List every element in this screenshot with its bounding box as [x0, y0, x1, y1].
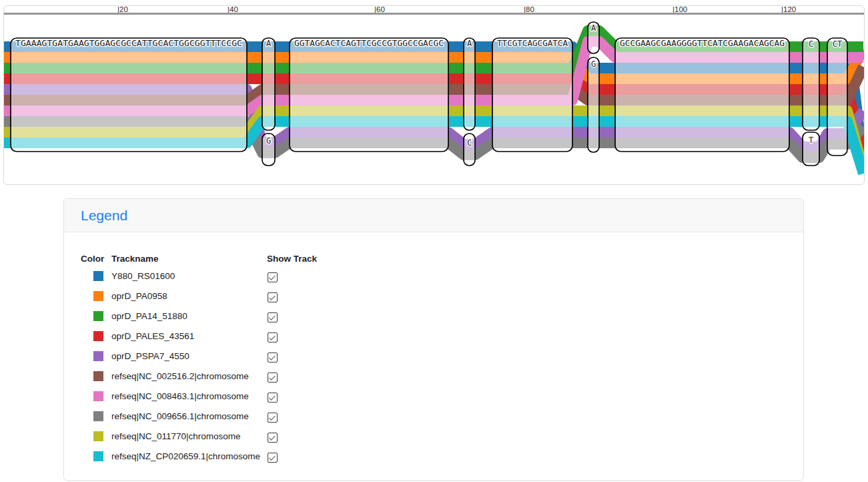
show-track-checkbox[interactable]	[268, 393, 278, 403]
ruler: |20|40|60|80|100|120	[4, 6, 864, 14]
alignment-graph-panel: |20|40|60|80|100|120TGAAAGTGATGAAGTGGAGC…	[3, 5, 865, 185]
track-name: refseq|NC_008463.1|chromosome	[111, 391, 267, 401]
node-sequence: TGAAAGTGATGAAGTGGAGCGCCATTGCACTGGCGGTTTC…	[15, 39, 242, 48]
graph-node[interactable]	[827, 38, 847, 156]
ruler-tick: |20	[117, 6, 128, 13]
track-color-swatch	[93, 451, 103, 461]
color-cell	[81, 411, 111, 421]
track-color-swatch	[93, 331, 103, 341]
show-track-cell	[267, 270, 787, 282]
legend-panel: Legend Color Trackname Show Track Y880_R…	[63, 198, 804, 481]
legend-row: oprD_PALES_43561	[81, 326, 787, 346]
legend-column-headers: Color Trackname Show Track	[81, 252, 787, 266]
color-cell	[81, 351, 111, 361]
color-cell	[81, 311, 111, 321]
legend-row: refseq|NC_008463.1|chromosome	[81, 386, 787, 406]
show-track-cell	[267, 450, 787, 463]
track-color-swatch	[93, 291, 103, 301]
graph-node[interactable]	[588, 57, 599, 152]
column-header-trackname: Trackname	[111, 254, 267, 264]
color-cell	[81, 451, 111, 461]
node-sequence: G	[266, 136, 271, 146]
check-icon	[269, 273, 276, 280]
node-sequence: CT	[833, 39, 842, 49]
show-track-checkbox[interactable]	[268, 292, 278, 302]
check-icon	[269, 353, 276, 360]
ruler-tick: |80	[524, 6, 534, 13]
graph-node[interactable]	[464, 38, 475, 130]
sequence-graph: |20|40|60|80|100|120TGAAAGTGATGAAGTGGAGC…	[4, 6, 864, 183]
ruler-tick: |40	[228, 6, 238, 13]
color-cell	[81, 431, 111, 441]
legend-row: refseq|NC_002516.2|chromosome	[81, 366, 787, 386]
legend-row: oprD_PA14_51880	[81, 306, 787, 326]
check-icon	[269, 333, 276, 340]
show-track-checkbox[interactable]	[268, 373, 278, 383]
show-track-checkbox[interactable]	[268, 312, 278, 322]
track-color-swatch	[93, 311, 103, 321]
legend-row: oprD_PSPA7_4550	[81, 346, 787, 366]
legend-row: refseq|NC_011770|chromosome	[81, 426, 787, 446]
legend-row: refseq|NZ_CP020659.1|chromosome	[81, 446, 787, 466]
track-name: refseq|NC_002516.2|chromosome	[111, 371, 267, 381]
check-icon	[269, 413, 276, 420]
node-sequence: GGTAGCACTCAGTTCGCCGTGGCCGACGC	[294, 39, 444, 48]
legend-header: Legend	[64, 199, 803, 232]
check-icon	[269, 433, 276, 440]
color-cell	[81, 391, 111, 401]
check-icon	[269, 373, 276, 380]
show-track-checkbox[interactable]	[268, 272, 278, 282]
show-track-checkbox[interactable]	[268, 352, 278, 363]
show-track-checkbox[interactable]	[268, 453, 278, 463]
show-track-cell	[267, 350, 787, 363]
ruler-tick: |60	[374, 6, 385, 13]
ruler-tick: |120	[781, 6, 796, 13]
graph-node[interactable]	[11, 38, 247, 152]
check-icon	[269, 293, 276, 300]
node-sequence: GCCGAAGCGAAGGGGTTCATCGAAGACAGCAG	[620, 39, 785, 48]
graph-node[interactable]	[290, 38, 448, 152]
show-track-cell	[267, 330, 787, 342]
show-track-cell	[267, 430, 787, 443]
node-sequence: G	[591, 59, 596, 69]
show-track-checkbox[interactable]	[268, 413, 278, 423]
node-sequence: A	[591, 23, 596, 33]
track-color-swatch	[93, 431, 103, 441]
show-track-cell	[267, 370, 787, 383]
show-track-cell	[267, 310, 787, 322]
track-name: Y880_RS01600	[111, 271, 267, 281]
graph-node[interactable]	[262, 38, 275, 130]
graph-node[interactable]	[803, 38, 819, 130]
show-track-checkbox[interactable]	[268, 332, 278, 342]
check-icon	[269, 393, 276, 400]
column-header-show-track: Show Track	[267, 254, 787, 264]
nodes: TGAAAGTGATGAAGTGGAGCGCCATTGCACTGGCGGTTTC…	[11, 22, 847, 166]
show-track-cell	[267, 290, 787, 302]
node-sequence: T	[809, 136, 813, 145]
color-cell	[81, 271, 111, 281]
graph-node[interactable]	[492, 38, 572, 152]
legend-row: oprD_PA0958	[81, 286, 787, 306]
color-cell	[81, 331, 111, 341]
track-name: oprD_PSPA7_4550	[111, 351, 267, 361]
track-name: oprD_PA0958	[111, 291, 267, 301]
track-color-swatch	[93, 351, 103, 361]
legend-body: Color Trackname Show Track Y880_RS01600o…	[64, 232, 803, 466]
node-sequence: TTCGTCAGCGATCA	[497, 39, 568, 48]
column-header-color: Color	[81, 254, 111, 264]
track-name: refseq|NZ_CP020659.1|chromosome	[111, 451, 267, 461]
track-name: oprD_PALES_43561	[111, 331, 267, 341]
node-sequence: A	[467, 39, 472, 48]
ruler-tick: |100	[673, 6, 687, 13]
legend-row: Y880_RS01600	[81, 266, 787, 286]
legend-rows: Y880_RS01600oprD_PA0958oprD_PA14_51880op…	[81, 266, 787, 466]
show-track-cell	[267, 390, 787, 403]
show-track-checkbox[interactable]	[268, 433, 278, 443]
legend-title: Legend	[81, 208, 127, 224]
graph-node[interactable]	[615, 38, 789, 152]
track-color-swatch	[93, 411, 103, 421]
node-sequence: A	[266, 39, 272, 48]
show-track-cell	[267, 410, 787, 423]
track-name: refseq|NC_011770|chromosome	[111, 431, 267, 441]
track-color-swatch	[93, 391, 103, 401]
